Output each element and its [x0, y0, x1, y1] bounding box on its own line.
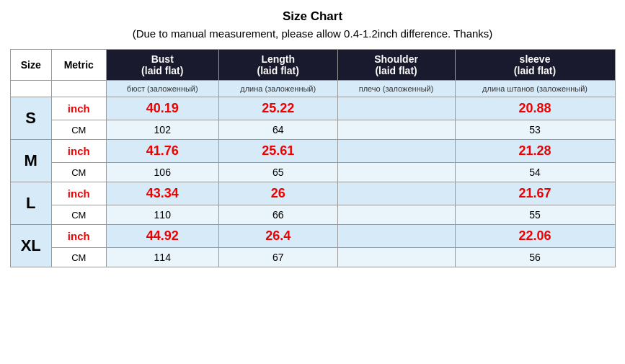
bust-cm-S: 102	[106, 120, 218, 140]
bust-inch-L: 43.34	[106, 182, 218, 205]
shoulder-cm-S	[337, 120, 455, 140]
shoulder-inch-S	[337, 97, 455, 120]
bust-inch-S: 40.19	[106, 97, 218, 120]
bust-cm-M: 106	[106, 163, 218, 182]
sleeve-inch-L: 21.67	[455, 182, 615, 205]
size-label-XL: XL	[10, 225, 51, 267]
russian-bust: бюст (заложенный)	[106, 81, 218, 97]
size-label-S: S	[10, 97, 51, 140]
shoulder-inch-L	[337, 182, 455, 205]
metric-cm-XL: CM	[51, 248, 106, 267]
length-inch-M: 25.61	[218, 140, 337, 163]
metric-cm-M: CM	[51, 163, 106, 182]
th-bust: Bust (laid flat)	[106, 50, 218, 81]
sleeve-inch-M: 21.28	[455, 140, 615, 163]
sleeve-cm-S: 53	[455, 120, 615, 140]
russian-length: длина (заложенный)	[218, 81, 337, 97]
sleeve-cm-XL: 56	[455, 248, 615, 267]
row-XL-inch: XLinch44.9226.422.06	[10, 225, 615, 248]
russian-size-cell	[10, 81, 51, 97]
metric-inch-XL: inch	[51, 225, 106, 248]
length-cm-S: 64	[218, 120, 337, 140]
th-sleeve: sleeve (laid flat)	[455, 50, 615, 81]
metric-inch-S: inch	[51, 97, 106, 120]
metric-inch-M: inch	[51, 140, 106, 163]
row-S-cm: CM1026453	[10, 120, 615, 140]
shoulder-cm-L	[337, 205, 455, 225]
row-L-inch: Linch43.342621.67	[10, 182, 615, 205]
row-M-cm: CM1066554	[10, 163, 615, 182]
th-metric: Metric	[51, 50, 106, 81]
title-section: Size Chart (Due to manual measurement, p…	[133, 7, 493, 42]
metric-cm-L: CM	[51, 205, 106, 225]
main-title: Size Chart	[133, 7, 493, 26]
row-M-inch: Minch41.7625.6121.28	[10, 140, 615, 163]
row-S-inch: Sinch40.1925.2220.88	[10, 97, 615, 120]
russian-metric-cell	[51, 81, 106, 97]
sleeve-cm-L: 55	[455, 205, 615, 225]
length-inch-S: 25.22	[218, 97, 337, 120]
size-label-L: L	[10, 182, 51, 225]
sleeve-inch-S: 20.88	[455, 97, 615, 120]
size-label-M: M	[10, 140, 51, 182]
th-size: Size	[10, 50, 51, 81]
header-row: Size Metric Bust (laid flat) Length (lai…	[10, 50, 615, 81]
russian-row: бюст (заложенный) длина (заложенный) пле…	[10, 81, 615, 97]
row-XL-cm: CM1146756	[10, 248, 615, 267]
length-cm-XL: 67	[218, 248, 337, 267]
th-shoulder: Shoulder (laid flat)	[337, 50, 455, 81]
th-length: Length (laid flat)	[218, 50, 337, 81]
sub-title: (Due to manual measurement, please allow…	[133, 26, 493, 43]
bust-inch-M: 41.76	[106, 140, 218, 163]
length-cm-M: 65	[218, 163, 337, 182]
bust-cm-XL: 114	[106, 248, 218, 267]
metric-cm-S: CM	[51, 120, 106, 140]
russian-sleeve: длина штанов (заложенный)	[455, 81, 615, 97]
sleeve-inch-XL: 22.06	[455, 225, 615, 248]
shoulder-cm-M	[337, 163, 455, 182]
length-cm-L: 66	[218, 205, 337, 225]
shoulder-inch-M	[337, 140, 455, 163]
sleeve-cm-M: 54	[455, 163, 615, 182]
size-chart-table: Size Metric Bust (laid flat) Length (lai…	[10, 49, 616, 267]
shoulder-inch-XL	[337, 225, 455, 248]
bust-inch-XL: 44.92	[106, 225, 218, 248]
length-inch-L: 26	[218, 182, 337, 205]
bust-cm-L: 110	[106, 205, 218, 225]
row-L-cm: CM1106655	[10, 205, 615, 225]
metric-inch-L: inch	[51, 182, 106, 205]
length-inch-XL: 26.4	[218, 225, 337, 248]
shoulder-cm-XL	[337, 248, 455, 267]
russian-shoulder: плечо (заложенный)	[337, 81, 455, 97]
